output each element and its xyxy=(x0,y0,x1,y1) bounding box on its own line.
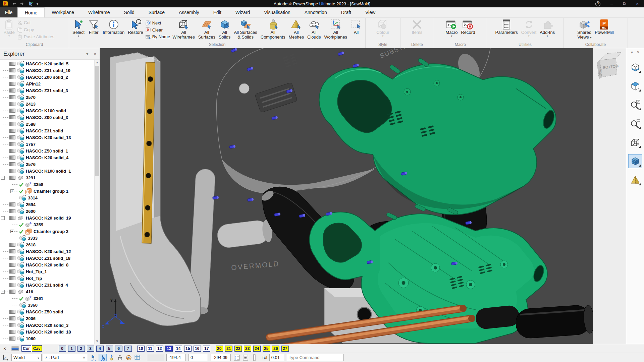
tree-item-2570[interactable]: 2570 xyxy=(0,94,94,101)
paste-button[interactable]: Paste ▾ xyxy=(2,18,16,38)
view-cube[interactable]: BOTTOM RIGHT xyxy=(593,48,626,88)
tree-item-hasco-z31-solid-3[interactable]: HASCO: Z31 solid_3 xyxy=(0,87,94,94)
tree-item-hasco-z31-solid-4[interactable]: HASCO: Z31 solid_4 xyxy=(0,282,94,288)
tree-item-hasco-k20-solid-4[interactable]: HASCO: K20 solid_4 xyxy=(0,154,94,161)
powershape-app-icon[interactable]: P xyxy=(3,1,8,6)
pyramid-button[interactable] xyxy=(628,173,642,187)
tree-item-hasco-k20-solid-8[interactable]: HASCO: K20 solid_8 xyxy=(0,261,94,268)
level-2[interactable]: 2 xyxy=(77,346,85,352)
tree-item-chamfer-group-2[interactable]: +Chamfer group 2 xyxy=(0,228,94,235)
tab-file[interactable]: File xyxy=(0,7,17,17)
tab-home[interactable]: Home xyxy=(17,7,45,17)
tab-draft[interactable]: Draft xyxy=(334,7,358,17)
tree-item-2618[interactable]: 2618 xyxy=(0,241,94,248)
paste-attributes-button[interactable]: Paste Attributes xyxy=(17,34,54,40)
levels-tab-cav[interactable]: Cav xyxy=(32,345,42,352)
record-button[interactable]: Record xyxy=(459,18,477,35)
tree-item-hot-tip[interactable]: Hot_Tip xyxy=(0,275,94,282)
tab-edit[interactable]: Edit xyxy=(206,7,228,17)
tolerance-input[interactable] xyxy=(269,354,284,361)
z-coordinate-input[interactable] xyxy=(211,354,231,361)
tree-item-2594[interactable]: 2594 xyxy=(0,201,94,208)
scrollbar-thumb[interactable] xyxy=(95,66,99,176)
levels-close-icon[interactable]: × xyxy=(3,346,11,351)
tree-item-hasco-k20-solid-3[interactable]: HASCO: K20 solid_3 xyxy=(0,322,94,328)
undo-arrow-icon[interactable] xyxy=(11,2,16,6)
toolbar-menu-icon[interactable]: ▾ xyxy=(631,50,633,55)
level-22[interactable]: 22 xyxy=(234,346,242,352)
workplane-axis-icon[interactable] xyxy=(2,354,9,361)
level-12[interactable]: 12 xyxy=(156,346,163,352)
quick-access-customize-icon[interactable]: ▾ xyxy=(37,2,38,6)
workplane-x-button[interactable] xyxy=(90,354,98,361)
cube-wire-button[interactable] xyxy=(628,135,642,149)
minimize-button[interactable]: – xyxy=(610,1,613,6)
tree-item-hasco-z31-solid[interactable]: HASCO: Z31 solid xyxy=(0,127,94,134)
tree-item-2006[interactable]: 2006 xyxy=(0,315,94,322)
level-0[interactable]: 0 xyxy=(59,346,66,352)
convert-button[interactable]: Convert ▾ xyxy=(520,18,538,38)
tree-item-1060[interactable]: 1060 xyxy=(0,335,94,342)
cube-iso-button[interactable] xyxy=(628,79,642,93)
cube-shaded-button[interactable] xyxy=(628,154,642,168)
level-27[interactable]: 27 xyxy=(281,346,289,352)
level-14[interactable]: 14 xyxy=(175,346,182,352)
all-components-button[interactable]: AllComponents xyxy=(259,18,287,40)
tree-item-hot-tip-1[interactable]: Hot_Tip_1 xyxy=(0,268,94,275)
tree-item-3333[interactable]: 3333 xyxy=(0,235,94,241)
tree-item-3359[interactable]: 3359 xyxy=(0,221,94,228)
level-4[interactable]: 4 xyxy=(96,346,104,352)
all-solids-button[interactable]: AllSolids xyxy=(217,18,232,40)
tab-assembly[interactable]: Assembly xyxy=(172,7,206,17)
viewport-canvas[interactable]: SUBSTRATE xyxy=(100,48,593,344)
tree-item-hasco-k20-solid-13[interactable]: HASCO: K20 solid_13 xyxy=(0,134,94,141)
tree-item-1767[interactable]: 1767 xyxy=(0,141,94,147)
gimbal-button[interactable] xyxy=(125,354,133,361)
lock-button[interactable] xyxy=(116,354,124,361)
explorer-scrollbar[interactable]: ▲ ▼ xyxy=(94,60,100,344)
cube-bottom-button[interactable] xyxy=(628,60,642,74)
collapse-icon[interactable]: − xyxy=(1,290,5,294)
level-11[interactable]: 11 xyxy=(147,346,154,352)
level-21[interactable]: 21 xyxy=(225,346,232,352)
levels-tab-cor[interactable]: Cor xyxy=(21,345,31,352)
tree-item-3360[interactable]: 3360 xyxy=(0,302,94,308)
tab-annotation[interactable]: Annotation xyxy=(298,7,334,17)
workplane-y-button[interactable] xyxy=(99,354,107,361)
restore-button[interactable]: ⧉ xyxy=(623,1,626,6)
all-wireframes-button[interactable]: AllWireframes xyxy=(171,18,196,40)
cut-button[interactable]: Cut xyxy=(17,19,54,26)
tree-item-hasco-z50-solid-1[interactable]: HASCO: Z50 solid_1 xyxy=(0,147,94,154)
tree-item-hasco-z31-solid-18[interactable]: HASCO: Z31 solid_18 xyxy=(0,255,94,261)
add-ins-button[interactable]: Add-Ins ▾ xyxy=(538,18,556,38)
all-items-button[interactable]: All xyxy=(349,18,364,40)
level-17[interactable]: 17 xyxy=(203,346,210,352)
tab-solid[interactable]: Solid xyxy=(117,7,142,17)
tree-item-hasco-z00-solid-3[interactable]: HASCO: Z00 solid_3 xyxy=(0,114,94,121)
powermill-button[interactable]: PowerMill xyxy=(593,18,615,35)
colour-button[interactable]: Colour ▾ xyxy=(375,18,391,38)
scroll-up-icon[interactable]: ▲ xyxy=(95,60,100,65)
close-button[interactable]: × xyxy=(636,1,639,6)
tree-item-2588[interactable]: 2588 xyxy=(0,121,94,127)
toolbar-close-icon[interactable]: × xyxy=(637,50,639,55)
zoom-fit-button[interactable] xyxy=(628,98,642,112)
clear-button[interactable]: Clear xyxy=(146,27,170,33)
level-7[interactable]: 7 xyxy=(124,346,132,352)
all-meshes-button[interactable]: AllMeshes xyxy=(287,18,306,40)
level-13[interactable]: 13 xyxy=(165,346,173,352)
tree-item-3358[interactable]: 3358 xyxy=(0,181,94,188)
level-15[interactable]: 15 xyxy=(184,346,192,352)
collapse-icon[interactable]: − xyxy=(1,216,5,220)
level-25[interactable]: 25 xyxy=(263,346,270,352)
tab-wireframe[interactable]: Wireframe xyxy=(81,7,117,17)
tab-surface[interactable]: Surface xyxy=(142,7,172,17)
tree-item-2413[interactable]: 2413 xyxy=(0,101,94,107)
workplane-select[interactable]: World∨ xyxy=(11,354,42,361)
level-24[interactable]: 24 xyxy=(253,346,261,352)
calculator-button[interactable] xyxy=(241,354,250,361)
copy-button[interactable]: Copy xyxy=(17,26,54,33)
all-surfaces-button[interactable]: AllSurfaces xyxy=(197,18,217,40)
tree-item-apin12[interactable]: APin12 xyxy=(0,80,94,87)
x-coordinate-input[interactable] xyxy=(166,354,186,361)
